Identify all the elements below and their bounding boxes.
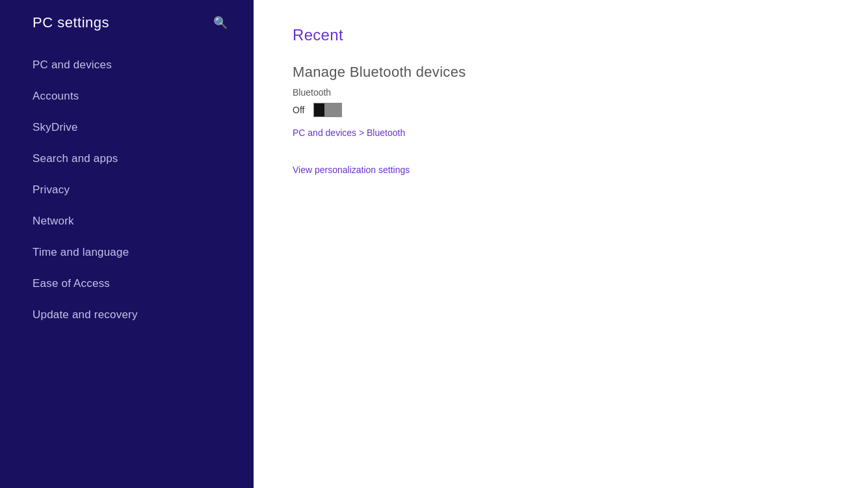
sidebar: PC settings 🔍 PC and devices Accounts Sk… xyxy=(0,0,254,488)
sidebar-item-update-and-recovery[interactable]: Update and recovery xyxy=(0,299,254,331)
main-content: Recent Manage Bluetooth devices Bluetoot… xyxy=(254,0,868,488)
toggle-state-label: Off xyxy=(293,105,304,115)
sidebar-header: PC settings 🔍 xyxy=(0,0,254,49)
nav-list: PC and devices Accounts SkyDrive Search … xyxy=(0,49,254,331)
sidebar-item-time-and-language[interactable]: Time and language xyxy=(0,237,254,268)
sidebar-item-pc-and-devices[interactable]: PC and devices xyxy=(0,49,254,81)
sidebar-title: PC settings xyxy=(33,14,109,31)
card-title: Manage Bluetooth devices xyxy=(293,64,829,81)
breadcrumb-link[interactable]: PC and devices > Bluetooth xyxy=(293,128,829,138)
sidebar-item-accounts[interactable]: Accounts xyxy=(0,81,254,112)
sidebar-item-privacy[interactable]: Privacy xyxy=(0,174,254,206)
sidebar-item-ease-of-access[interactable]: Ease of Access xyxy=(0,268,254,299)
sidebar-item-skydrive[interactable]: SkyDrive xyxy=(0,112,254,143)
personalization-link[interactable]: View personalization settings xyxy=(293,165,410,175)
search-icon[interactable]: 🔍 xyxy=(213,16,228,30)
bluetooth-label: Bluetooth xyxy=(293,87,829,98)
sidebar-item-network[interactable]: Network xyxy=(0,206,254,237)
toggle-row: Off xyxy=(293,103,829,117)
toggle-knob xyxy=(314,103,324,116)
bluetooth-toggle[interactable] xyxy=(313,103,342,117)
sidebar-item-search-and-apps[interactable]: Search and apps xyxy=(0,143,254,174)
section-title: Recent xyxy=(293,26,829,44)
